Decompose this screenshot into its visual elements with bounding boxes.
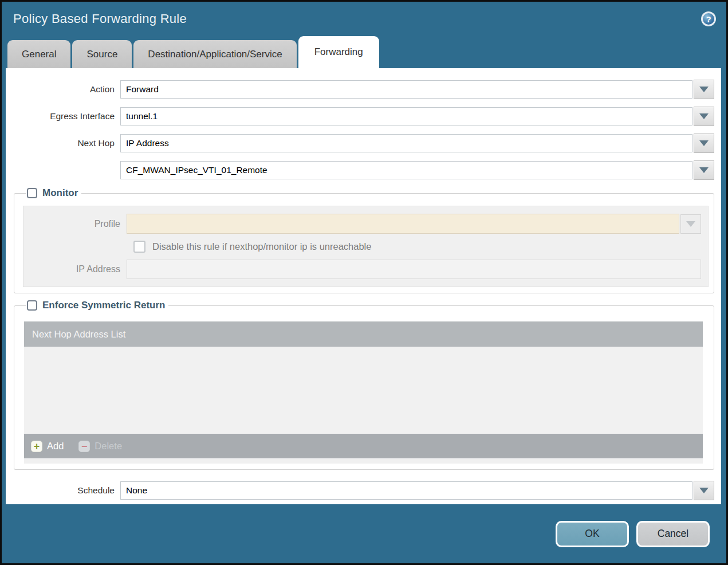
egress-interface-dropdown-button[interactable] — [694, 107, 714, 126]
delete-button-label: Delete — [95, 441, 122, 452]
chevron-down-icon — [699, 87, 709, 92]
tab-source[interactable]: Source — [72, 40, 132, 68]
policy-based-forwarding-dialog: Policy Based Forwarding Rule ? General S… — [0, 0, 728, 565]
enforce-symmetric-return-checkbox[interactable] — [27, 300, 37, 311]
add-button[interactable]: + Add — [31, 441, 64, 452]
enforce-symmetric-return-legend-label: Enforce Symmetric Return — [42, 300, 165, 311]
help-icon[interactable]: ? — [701, 11, 716, 26]
delete-icon: − — [78, 441, 90, 452]
enforce-symmetric-return-group: Enforce Symmetric Return Next Hop Addres… — [14, 300, 714, 470]
table-header-label: Next Hop Address List — [32, 329, 125, 340]
add-button-label: Add — [47, 441, 64, 452]
action-field[interactable]: Forward — [120, 80, 692, 99]
next-hop-address-list-table: Next Hop Address List + Add − Delete — [24, 321, 703, 458]
egress-interface-field[interactable]: tunnel.1 — [120, 107, 692, 125]
action-label: Action — [6, 84, 120, 95]
next-hop-address-field[interactable]: CF_MWAN_IPsec_VTI_01_Remote — [120, 161, 692, 179]
table-header: Next Hop Address List — [24, 321, 703, 347]
enforce-symmetric-return-legend: Enforce Symmetric Return — [26, 300, 168, 311]
add-icon: + — [31, 441, 42, 452]
monitor-checkbox[interactable] — [27, 188, 37, 198]
monitor-legend-label: Monitor — [42, 187, 78, 199]
dialog-footer: OK Cancel — [2, 504, 726, 563]
monitor-group: Monitor Profile Disable this rule if nex… — [14, 187, 714, 293]
schedule-label: Schedule — [6, 485, 120, 496]
table-footer: + Add − Delete — [24, 434, 703, 458]
tab-destination-application-service[interactable]: Destination/Application/Service — [133, 40, 296, 68]
cancel-button[interactable]: Cancel — [636, 521, 710, 547]
schedule-dropdown-button[interactable] — [694, 481, 714, 500]
action-dropdown-button[interactable] — [694, 80, 714, 99]
dialog-title: Policy Based Forwarding Rule — [13, 11, 187, 26]
chevron-down-icon — [699, 113, 709, 119]
tab-bar: General Source Destination/Application/S… — [2, 36, 726, 68]
profile-label: Profile — [23, 219, 127, 229]
next-hop-address-dropdown-button[interactable] — [694, 160, 714, 180]
disable-rule-checkbox — [133, 241, 145, 253]
monitor-panel: Profile Disable this rule if nexthop/mon… — [23, 206, 709, 287]
delete-button: − Delete — [78, 441, 122, 452]
chevron-down-icon — [686, 221, 695, 227]
forwarding-tab-content: Action Forward Egress Interface tunnel.1… — [6, 68, 721, 504]
next-hop-label: Next Hop — [6, 138, 120, 148]
ok-button[interactable]: OK — [556, 521, 629, 547]
monitor-legend: Monitor — [26, 187, 81, 199]
table-body — [24, 347, 703, 434]
next-hop-type-dropdown-button[interactable] — [694, 134, 714, 153]
egress-interface-label: Egress Interface — [6, 111, 120, 121]
tab-forwarding[interactable]: Forwarding — [298, 36, 379, 68]
monitor-ip-address-field — [127, 260, 701, 279]
tab-general[interactable]: General — [7, 40, 70, 68]
chevron-down-icon — [699, 488, 709, 493]
disable-rule-label: Disable this rule if nexthop/monitor ip … — [152, 241, 371, 252]
schedule-field[interactable]: None — [120, 481, 692, 500]
profile-field — [127, 214, 679, 234]
next-hop-type-field[interactable]: IP Address — [120, 134, 692, 152]
table-scrollbar — [24, 459, 703, 464]
titlebar: Policy Based Forwarding Rule ? — [2, 2, 726, 36]
monitor-ip-address-label: IP Address — [23, 264, 127, 274]
chevron-down-icon — [699, 140, 709, 146]
profile-dropdown-button — [680, 214, 701, 234]
chevron-down-icon — [699, 167, 709, 173]
